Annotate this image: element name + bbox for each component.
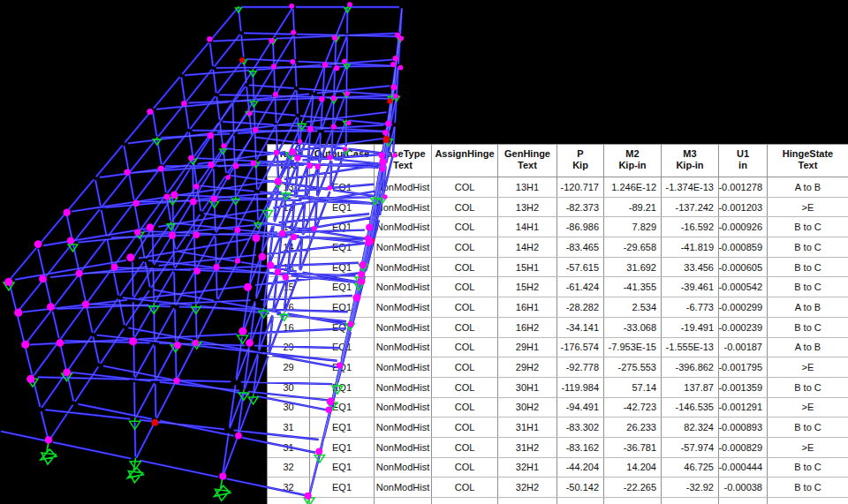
cell-u1[interactable]: -0.001359 bbox=[719, 378, 768, 397]
cell-assignhinge[interactable]: COL bbox=[432, 258, 498, 277]
cell-frame[interactable]: 30 bbox=[268, 398, 310, 417]
cell-outputcase[interactable]: EQ1 bbox=[310, 398, 375, 417]
cell-outputcase[interactable]: EQ1 bbox=[310, 277, 375, 297]
cell-p[interactable]: -94.491 bbox=[557, 398, 604, 417]
cell-m2[interactable]: 57.14 bbox=[604, 378, 662, 397]
cell-hingestate[interactable]: B to C bbox=[768, 318, 848, 337]
cell-p[interactable]: -44.204 bbox=[557, 458, 604, 478]
cell-assignhinge[interactable]: COL bbox=[432, 417, 498, 437]
cell-p[interactable]: -50.142 bbox=[557, 478, 604, 497]
cell-casetype[interactable]: NonModHist bbox=[375, 297, 432, 317]
cell-m3[interactable]: -137.242 bbox=[662, 198, 719, 217]
cell-genhinge[interactable]: 45H1 bbox=[498, 498, 557, 504]
cell-u1[interactable]: -0.000605 bbox=[719, 258, 768, 277]
cell-genhinge[interactable]: 30H1 bbox=[498, 378, 557, 397]
cell-casetype[interactable]: NonModHist bbox=[375, 498, 432, 504]
cell-frame[interactable]: 16 bbox=[268, 318, 310, 337]
cell-hingestate[interactable]: B to C bbox=[768, 378, 848, 397]
cell-m2[interactable]: -33.068 bbox=[604, 318, 662, 337]
cell-casetype[interactable]: NonModHist bbox=[375, 237, 432, 257]
cell-p[interactable]: -34.141 bbox=[557, 318, 604, 337]
cell-outputcase[interactable]: EQ1 bbox=[310, 498, 375, 504]
cell-genhinge[interactable]: 29H1 bbox=[498, 338, 557, 357]
cell-p[interactable]: -92.778 bbox=[557, 357, 604, 377]
cell-outputcase[interactable]: EQ1 bbox=[310, 417, 375, 437]
cell-frame[interactable]: 29 bbox=[268, 357, 310, 377]
cell-genhinge[interactable]: 16H2 bbox=[498, 318, 557, 337]
cell-u1[interactable]: -0.001203 bbox=[719, 198, 768, 217]
cell-m2[interactable]: -1.423E-14 bbox=[604, 498, 662, 504]
cell-m3[interactable]: -1.555E-13 bbox=[662, 338, 719, 357]
cell-frame[interactable]: 14 bbox=[268, 237, 310, 257]
cell-genhinge[interactable]: 14H1 bbox=[498, 217, 557, 237]
cell-frame[interactable]: 13 bbox=[268, 198, 310, 217]
cell-m2[interactable]: 2.534 bbox=[604, 297, 662, 317]
cell-u1[interactable]: -0.000859 bbox=[719, 237, 768, 257]
cell-p[interactable]: -57.615 bbox=[557, 258, 604, 277]
cell-outputcase[interactable]: EQ1 bbox=[310, 438, 375, 457]
cell-u1[interactable]: -0.000444 bbox=[719, 458, 768, 478]
cell-assignhinge[interactable]: COL bbox=[432, 478, 498, 497]
cell-outputcase[interactable]: EQ1 bbox=[310, 338, 375, 357]
cell-casetype[interactable]: NonModHist bbox=[375, 458, 432, 478]
cell-m3[interactable]: -57.974 bbox=[662, 438, 719, 457]
cell-outputcase[interactable]: EQ1 bbox=[310, 357, 375, 377]
cell-m3[interactable]: -6.773 bbox=[662, 297, 719, 317]
cell-m2[interactable]: -275.553 bbox=[604, 357, 662, 377]
cell-genhinge[interactable]: 31H1 bbox=[498, 417, 557, 437]
cell-m2[interactable]: -36.781 bbox=[604, 438, 662, 457]
cell-frame[interactable]: 14 bbox=[268, 217, 310, 237]
cell-frame[interactable]: 15 bbox=[268, 258, 310, 277]
cell-genhinge[interactable]: 32H1 bbox=[498, 458, 557, 478]
cell-m2[interactable]: -42.723 bbox=[604, 398, 662, 417]
cell-casetype[interactable]: NonModHist bbox=[375, 398, 432, 417]
cell-outputcase[interactable]: EQ1 bbox=[310, 217, 375, 237]
cell-u1[interactable]: -0.000542 bbox=[719, 277, 768, 297]
cell-m3[interactable]: 82.324 bbox=[662, 417, 719, 437]
cell-m2[interactable]: -7.953E-15 bbox=[604, 338, 662, 357]
cell-u1[interactable]: -0.000829 bbox=[719, 438, 768, 457]
cell-m3[interactable]: 46.725 bbox=[662, 458, 719, 478]
cell-hingestate[interactable]: B to C bbox=[768, 277, 848, 297]
cell-genhinge[interactable]: 32H2 bbox=[498, 478, 557, 497]
cell-casetype[interactable]: NonModHist bbox=[375, 177, 432, 197]
cell-hingestate[interactable]: A to B bbox=[768, 498, 848, 504]
cell-genhinge[interactable]: 15H2 bbox=[498, 277, 557, 297]
cell-frame[interactable]: 15 bbox=[268, 277, 310, 297]
cell-outputcase[interactable]: EQ1 bbox=[310, 458, 375, 478]
cell-m3[interactable]: 137.87 bbox=[662, 378, 719, 397]
cell-m3[interactable]: 33.456 bbox=[662, 258, 719, 277]
cell-frame[interactable]: 31 bbox=[268, 417, 310, 437]
cell-genhinge[interactable]: 30H2 bbox=[498, 398, 557, 417]
cell-p[interactable]: -28.282 bbox=[557, 297, 604, 317]
cell-frame[interactable]: 30 bbox=[268, 378, 310, 397]
cell-frame[interactable]: 32 bbox=[268, 478, 310, 497]
cell-p[interactable]: -119.984 bbox=[557, 378, 604, 397]
cell-p[interactable]: -83.465 bbox=[557, 237, 604, 257]
cell-casetype[interactable]: NonModHist bbox=[375, 217, 432, 237]
cell-casetype[interactable]: NonModHist bbox=[375, 318, 432, 337]
cell-assignhinge[interactable]: COL bbox=[432, 338, 498, 357]
cell-m2[interactable]: -29.658 bbox=[604, 237, 662, 257]
cell-m3[interactable]: -32.92 bbox=[662, 478, 719, 497]
cell-m3[interactable]: -146.535 bbox=[662, 398, 719, 417]
cell-assignhinge[interactable]: COL bbox=[432, 438, 498, 457]
cell-casetype[interactable]: NonModHist bbox=[375, 478, 432, 497]
cell-genhinge[interactable]: 31H2 bbox=[498, 438, 557, 457]
cell-u1[interactable]: -0.000926 bbox=[719, 217, 768, 237]
cell-assignhinge[interactable]: COL bbox=[432, 277, 498, 297]
cell-outputcase[interactable]: EQ1 bbox=[310, 177, 375, 197]
cell-genhinge[interactable]: 15H1 bbox=[498, 258, 557, 277]
cell-casetype[interactable]: NonModHist bbox=[375, 338, 432, 357]
cell-outputcase[interactable]: EQ1 bbox=[310, 297, 375, 317]
cell-frame[interactable]: 13 bbox=[268, 177, 310, 197]
cell-p[interactable]: -83.162 bbox=[557, 438, 604, 457]
cell-outputcase[interactable]: EQ1 bbox=[310, 198, 375, 217]
cell-genhinge[interactable]: 16H1 bbox=[498, 297, 557, 317]
cell-hingestate[interactable]: >E bbox=[768, 398, 848, 417]
cell-u1[interactable]: -0.00187 bbox=[719, 338, 768, 357]
cell-casetype[interactable]: NonModHist bbox=[375, 438, 432, 457]
cell-p[interactable]: -82.373 bbox=[557, 198, 604, 217]
cell-assignhinge[interactable]: COL bbox=[432, 198, 498, 217]
cell-u1[interactable]: -0.000239 bbox=[719, 318, 768, 337]
